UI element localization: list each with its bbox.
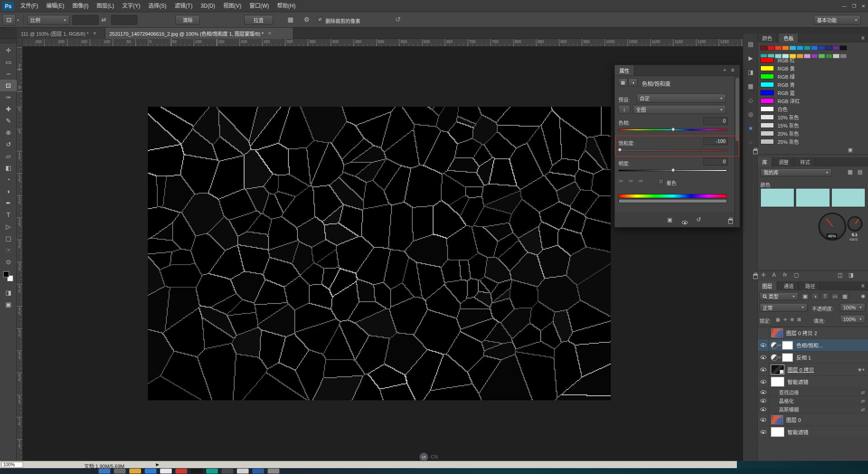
taskbar-app-icon[interactable] [145, 469, 156, 474]
menu-item-3[interactable]: 图像(I) [68, 0, 92, 12]
swatch-row[interactable]: RGB 蓝 [758, 89, 868, 97]
smart-object-thumbnail[interactable] [771, 365, 784, 374]
clone-stamp-tool[interactable]: ⊕ [0, 127, 17, 138]
visibility-toggle[interactable] [758, 426, 769, 438]
filter-options-icon[interactable]: ⇄ [861, 390, 865, 395]
tab-channels[interactable]: 通道 [779, 281, 798, 290]
shape-icon[interactable]: ▢ [794, 272, 799, 278]
menu-item-11[interactable]: 帮助(H) [273, 0, 300, 12]
menu-item-6[interactable]: 选择(S) [144, 0, 170, 12]
swap-dimensions-icon[interactable]: ⇄ [101, 17, 106, 23]
visibility-toggle[interactable] [758, 405, 769, 413]
zoom-level-field[interactable]: 100% [1, 462, 23, 468]
quick-mask-icon[interactable]: ◨ [0, 287, 17, 299]
ruler-origin-box[interactable] [17, 39, 23, 47]
layer-row[interactable]: 图层 0 [758, 414, 868, 426]
filter-kind-icon-1[interactable]: ▣ [801, 293, 809, 300]
swatch-row[interactable]: RGB 青 [758, 81, 868, 89]
history-brush-tool[interactable]: ↺ [0, 138, 17, 150]
lock-icon-2[interactable]: ✛ [783, 318, 787, 322]
filter-options-icon[interactable]: ⇄ [861, 398, 865, 403]
visibility-toggle[interactable] [758, 397, 769, 405]
collapsed-brush-panel-icon[interactable]: ◌ [743, 136, 758, 148]
type-style-icon[interactable]: A [772, 272, 776, 278]
library-swatch[interactable] [796, 188, 830, 207]
library-swatch[interactable] [831, 188, 865, 207]
visibility-toggle[interactable] [758, 339, 769, 351]
taskbar-app-icon[interactable] [175, 469, 187, 474]
document-tab-2[interactable]: 2531170_140729406616_2.jpg @ 100% (色相/饱和… [105, 28, 293, 39]
lightness-value[interactable]: 0 [703, 158, 728, 166]
collapse-panel-icon[interactable]: » [723, 67, 726, 72]
menu-item-10[interactable]: 窗口(W) [245, 0, 273, 12]
layer-thumbnail[interactable] [771, 328, 783, 337]
taskbar-app-icon[interactable] [191, 469, 203, 474]
mini-swatch[interactable] [833, 46, 840, 50]
taskbar-app-icon[interactable] [268, 469, 279, 474]
visibility-toggle[interactable] [758, 327, 769, 339]
filter-kind-icon-3[interactable]: T [821, 293, 829, 300]
taskbar-app-icon[interactable] [129, 469, 141, 474]
taskbar-app-icon[interactable] [252, 469, 264, 474]
layer-row[interactable]: 智能滤镜 [758, 376, 868, 388]
swatch-row[interactable]: 15% 灰色 [758, 121, 868, 129]
delete-adjustment-icon[interactable] [728, 219, 733, 224]
tool-preset-chevron-icon[interactable]: ▾ [17, 19, 19, 22]
fx-icon[interactable]: fx [783, 272, 787, 277]
library-list-view-icon[interactable]: ▦ [848, 169, 853, 175]
visibility-toggle[interactable] [758, 364, 769, 375]
window-control-icon-3[interactable]: ✕ [862, 4, 865, 9]
layer-row[interactable]: 智能滤镜 [758, 426, 868, 438]
crop-tool[interactable]: ⊡ [0, 80, 17, 91]
blend-mode-dropdown[interactable]: 正常▼ [760, 303, 807, 312]
layer-row[interactable]: 查找边缘⇄ [758, 388, 868, 397]
delete-cropped-pixels-checkbox[interactable]: ✓ [317, 17, 323, 22]
screen-mode-icon[interactable]: ▣ [0, 299, 17, 310]
layer-row[interactable]: ∞色相/饱和... [758, 339, 868, 351]
align-icon[interactable]: ✛ [761, 272, 766, 278]
layer-filter-dropdown[interactable]: 类型▼ [760, 292, 798, 300]
panel-split-icon[interactable]: ◫ [838, 272, 843, 278]
lock-icon-4[interactable]: ⊠ [797, 318, 801, 322]
crop-ratio-dropdown[interactable]: 比例▼ [27, 15, 70, 25]
taskbar-app-icon[interactable] [114, 469, 126, 474]
visibility-toggle[interactable] [758, 376, 769, 388]
zoom-tool[interactable]: ⊙ [0, 256, 17, 268]
workspace-switcher[interactable]: 基本功能▼ [814, 15, 861, 25]
swatch-row[interactable]: 白色 [758, 105, 868, 113]
eyedropper-add-icon[interactable]: ✑ [628, 178, 633, 184]
healing-brush-tool[interactable]: ✚ [0, 103, 17, 115]
shape-tool[interactable]: ▢ [0, 232, 17, 244]
mini-swatch[interactable] [775, 46, 782, 50]
layer-row[interactable]: 高斯模糊⇄ [758, 405, 868, 414]
properties-tab[interactable]: 属性 [615, 65, 634, 76]
collapsed-clone-source-panel-icon[interactable]: ◎ [743, 108, 758, 120]
tab-adjustments[interactable]: 调整 [774, 157, 793, 166]
document-tab-1[interactable]: 111 @ 193% (图层 1, RGB/8) * ✕ [17, 28, 105, 39]
library-dropdown[interactable]: 我的库▼ [760, 168, 832, 176]
panel-half-icon[interactable]: ◨ [849, 272, 854, 278]
layer-row[interactable]: ∞反相 1 [758, 351, 868, 364]
layer-row[interactable]: 图层 0 拷贝 2 [758, 327, 868, 339]
brush-tool[interactable]: ✎ [0, 115, 17, 127]
eyedropper-tool[interactable]: ✑ [0, 91, 17, 103]
clear-button[interactable]: 清除 [175, 15, 200, 25]
eraser-tool[interactable]: ▱ [0, 150, 17, 162]
window-control-icon-1[interactable]: — [842, 4, 847, 9]
delete-icon[interactable] [753, 274, 758, 279]
menu-item-8[interactable]: 3D(D) [197, 0, 219, 12]
lock-icon-1[interactable]: ▦ [776, 318, 780, 322]
mask-thumbnail[interactable] [782, 341, 793, 350]
eyedropper-sample-icon[interactable]: ✑ [618, 178, 623, 184]
reset-tool-icon[interactable]: ↺ [395, 16, 401, 23]
path-selection-tool[interactable]: ▷ [0, 221, 17, 232]
collapsed-swatches-panel-icon[interactable]: ▤ [743, 38, 758, 50]
hue-slider[interactable] [618, 129, 727, 131]
swatch-row[interactable]: 10% 灰色 [758, 113, 868, 121]
collapsed-info-panel-icon[interactable]: ▦ [743, 80, 758, 92]
lasso-tool[interactable]: ∽ [0, 68, 17, 80]
eyedropper-subtract-icon[interactable]: ✑ [638, 178, 643, 184]
menu-item-9[interactable]: 视图(V) [219, 0, 245, 12]
library-thumb-view-icon[interactable]: ▤ [858, 169, 863, 175]
lightness-slider-handle[interactable] [670, 167, 675, 172]
